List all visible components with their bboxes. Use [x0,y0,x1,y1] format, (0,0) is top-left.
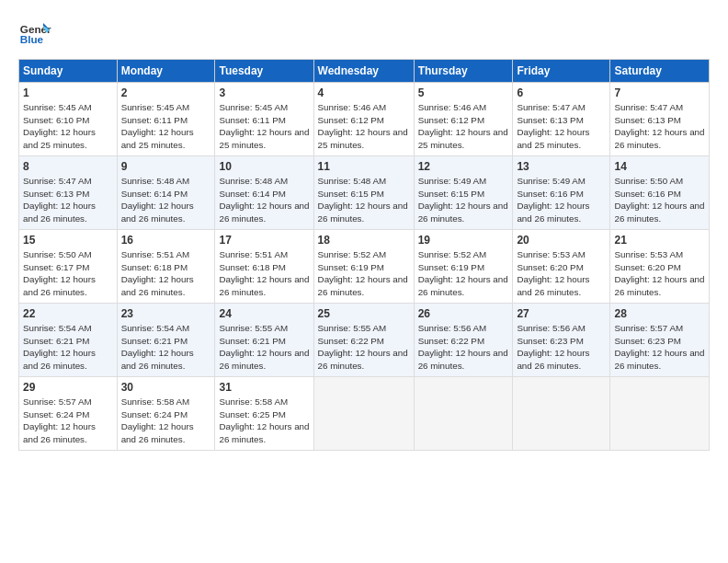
weekday-header-thursday: Thursday [414,60,513,83]
calendar-cell [610,377,710,451]
day-number: 25 [318,306,410,321]
day-info: Sunrise: 5:56 AMSunset: 6:23 PMDaylight:… [517,323,589,371]
weekday-header-tuesday: Tuesday [215,60,313,83]
weekday-header-friday: Friday [513,60,610,83]
logo: General Blue [18,15,51,48]
day-info: Sunrise: 5:45 AMSunset: 6:11 PMDaylight:… [219,102,309,150]
day-number: 5 [418,86,509,100]
day-number: 11 [318,159,410,174]
calendar-cell: 15Sunrise: 5:50 AMSunset: 6:17 PMDayligh… [19,230,118,304]
calendar-cell: 28Sunrise: 5:57 AMSunset: 6:23 PMDayligh… [610,304,710,377]
day-info: Sunrise: 5:53 AMSunset: 6:20 PMDaylight:… [614,249,704,297]
day-info: Sunrise: 5:46 AMSunset: 6:12 PMDaylight:… [418,102,508,150]
calendar-cell: 22Sunrise: 5:54 AMSunset: 6:21 PMDayligh… [19,304,118,377]
day-info: Sunrise: 5:48 AMSunset: 6:15 PMDaylight:… [318,176,408,224]
day-number: 20 [517,233,606,247]
calendar-cell: 19Sunrise: 5:52 AMSunset: 6:19 PMDayligh… [414,230,513,304]
day-info: Sunrise: 5:50 AMSunset: 6:16 PMDaylight:… [614,176,704,224]
weekday-header-row: SundayMondayTuesdayWednesdayThursdayFrid… [19,60,710,83]
day-info: Sunrise: 5:55 AMSunset: 6:22 PMDaylight:… [318,323,408,371]
day-number: 6 [517,86,606,100]
logo-icon: General Blue [18,15,51,48]
day-number: 28 [614,306,705,321]
calendar-cell: 23Sunrise: 5:54 AMSunset: 6:21 PMDayligh… [117,304,215,377]
day-info: Sunrise: 5:47 AMSunset: 6:13 PMDaylight:… [614,102,704,150]
calendar-cell: 27Sunrise: 5:56 AMSunset: 6:23 PMDayligh… [513,304,610,377]
calendar-cell: 5Sunrise: 5:46 AMSunset: 6:12 PMDaylight… [414,83,513,156]
day-info: Sunrise: 5:50 AMSunset: 6:17 PMDaylight:… [23,249,96,297]
calendar-cell: 9Sunrise: 5:48 AMSunset: 6:14 PMDaylight… [117,156,215,230]
day-number: 14 [614,159,705,174]
calendar-container: General Blue SundayMondayTuesdayWednesda… [0,0,728,460]
calendar-cell: 17Sunrise: 5:51 AMSunset: 6:18 PMDayligh… [215,230,313,304]
day-info: Sunrise: 5:58 AMSunset: 6:24 PMDaylight:… [121,396,194,444]
calendar-cell: 13Sunrise: 5:49 AMSunset: 6:16 PMDayligh… [513,156,610,230]
day-info: Sunrise: 5:58 AMSunset: 6:25 PMDaylight:… [219,396,309,444]
day-number: 21 [614,233,705,247]
day-number: 3 [219,86,309,100]
day-info: Sunrise: 5:45 AMSunset: 6:11 PMDaylight:… [121,102,194,150]
day-number: 10 [219,159,309,174]
day-number: 22 [23,306,113,321]
day-number: 12 [418,159,509,174]
day-info: Sunrise: 5:56 AMSunset: 6:22 PMDaylight:… [418,323,508,371]
calendar-cell: 29Sunrise: 5:57 AMSunset: 6:24 PMDayligh… [19,377,118,451]
svg-text:Blue: Blue [20,33,44,45]
day-info: Sunrise: 5:48 AMSunset: 6:14 PMDaylight:… [219,176,309,224]
day-number: 13 [517,159,606,174]
day-number: 19 [418,233,509,247]
calendar-cell: 3Sunrise: 5:45 AMSunset: 6:11 PMDaylight… [215,83,313,156]
day-number: 4 [318,86,410,100]
calendar-cell: 6Sunrise: 5:47 AMSunset: 6:13 PMDaylight… [513,83,610,156]
day-number: 1 [23,86,113,100]
day-number: 7 [614,86,705,100]
calendar-cell: 20Sunrise: 5:53 AMSunset: 6:20 PMDayligh… [513,230,610,304]
header: General Blue [18,15,710,48]
calendar-cell: 1Sunrise: 5:45 AMSunset: 6:10 PMDaylight… [19,83,118,156]
day-number: 23 [121,306,211,321]
day-info: Sunrise: 5:55 AMSunset: 6:21 PMDaylight:… [219,323,309,371]
week-row-5: 29Sunrise: 5:57 AMSunset: 6:24 PMDayligh… [19,377,710,451]
calendar-cell: 7Sunrise: 5:47 AMSunset: 6:13 PMDaylight… [610,83,710,156]
day-number: 8 [23,159,113,174]
calendar-cell: 10Sunrise: 5:48 AMSunset: 6:14 PMDayligh… [215,156,313,230]
calendar-cell: 12Sunrise: 5:49 AMSunset: 6:15 PMDayligh… [414,156,513,230]
day-info: Sunrise: 5:45 AMSunset: 6:10 PMDaylight:… [23,102,96,150]
day-info: Sunrise: 5:46 AMSunset: 6:12 PMDaylight:… [318,102,408,150]
day-number: 31 [219,380,309,395]
day-info: Sunrise: 5:51 AMSunset: 6:18 PMDaylight:… [219,249,309,297]
week-row-3: 15Sunrise: 5:50 AMSunset: 6:17 PMDayligh… [19,230,710,304]
calendar-cell: 8Sunrise: 5:47 AMSunset: 6:13 PMDaylight… [19,156,118,230]
calendar-cell: 4Sunrise: 5:46 AMSunset: 6:12 PMDaylight… [313,83,414,156]
day-info: Sunrise: 5:48 AMSunset: 6:14 PMDaylight:… [121,176,194,224]
calendar-cell: 30Sunrise: 5:58 AMSunset: 6:24 PMDayligh… [117,377,215,451]
day-number: 17 [219,233,309,247]
day-info: Sunrise: 5:47 AMSunset: 6:13 PMDaylight:… [517,102,589,150]
day-info: Sunrise: 5:51 AMSunset: 6:18 PMDaylight:… [121,249,194,297]
day-number: 29 [23,380,113,395]
day-number: 16 [121,233,211,247]
weekday-header-saturday: Saturday [610,60,710,83]
calendar-cell [313,377,414,451]
day-info: Sunrise: 5:53 AMSunset: 6:20 PMDaylight:… [517,249,589,297]
day-info: Sunrise: 5:49 AMSunset: 6:16 PMDaylight:… [517,176,589,224]
calendar-table: SundayMondayTuesdayWednesdayThursdayFrid… [18,59,710,451]
calendar-cell [414,377,513,451]
day-info: Sunrise: 5:57 AMSunset: 6:24 PMDaylight:… [23,396,96,444]
calendar-cell: 11Sunrise: 5:48 AMSunset: 6:15 PMDayligh… [313,156,414,230]
calendar-cell [513,377,610,451]
calendar-cell: 2Sunrise: 5:45 AMSunset: 6:11 PMDaylight… [117,83,215,156]
day-info: Sunrise: 5:54 AMSunset: 6:21 PMDaylight:… [23,323,96,371]
day-info: Sunrise: 5:57 AMSunset: 6:23 PMDaylight:… [614,323,704,371]
week-row-2: 8Sunrise: 5:47 AMSunset: 6:13 PMDaylight… [19,156,710,230]
day-number: 24 [219,306,309,321]
day-number: 9 [121,159,211,174]
day-number: 30 [121,380,211,395]
calendar-cell: 14Sunrise: 5:50 AMSunset: 6:16 PMDayligh… [610,156,710,230]
calendar-cell: 31Sunrise: 5:58 AMSunset: 6:25 PMDayligh… [215,377,313,451]
day-number: 18 [318,233,410,247]
day-info: Sunrise: 5:47 AMSunset: 6:13 PMDaylight:… [23,176,96,224]
calendar-cell: 24Sunrise: 5:55 AMSunset: 6:21 PMDayligh… [215,304,313,377]
day-number: 15 [23,233,113,247]
calendar-cell: 16Sunrise: 5:51 AMSunset: 6:18 PMDayligh… [117,230,215,304]
